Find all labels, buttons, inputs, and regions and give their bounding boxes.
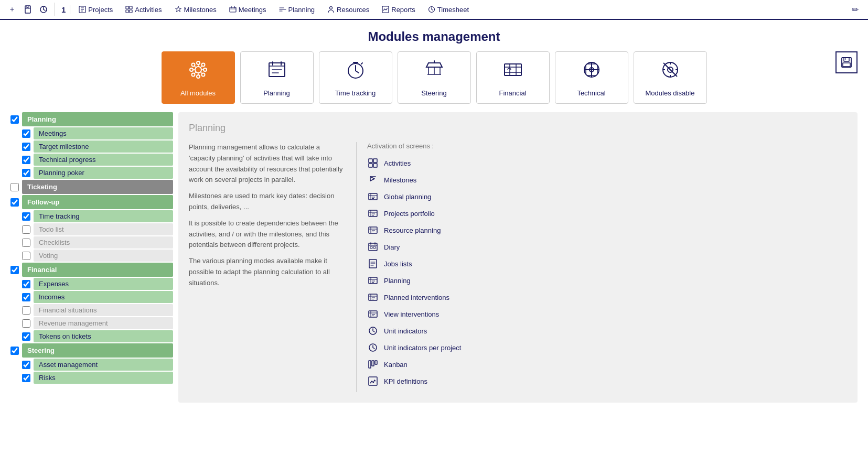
- svg-rect-6: [130, 10, 132, 13]
- card-modules-disable-label: Modules disable: [646, 89, 695, 97]
- item-revenue-management-checkbox[interactable]: [22, 319, 30, 328]
- group-followup-header[interactable]: Follow-up: [22, 195, 173, 209]
- screen-jobs-lists-label: Jobs lists: [384, 260, 412, 268]
- item-asset-management-checkbox[interactable]: [22, 361, 30, 369]
- item-tokens-checkbox[interactable]: [22, 332, 30, 341]
- item-risks-checkbox[interactable]: [22, 374, 30, 382]
- save-button[interactable]: [835, 51, 858, 73]
- screen-global-planning[interactable]: Global planning: [367, 191, 847, 202]
- nav-meetings[interactable]: Meetings: [223, 0, 273, 19]
- item-expenses-checkbox[interactable]: [22, 280, 30, 288]
- screen-resource-planning[interactable]: Resource planning: [367, 224, 847, 236]
- group-planning-checkbox[interactable]: [10, 115, 19, 124]
- svg-line-27: [194, 66, 196, 67]
- card-technical[interactable]: Technical: [555, 51, 628, 104]
- nav-reports[interactable]: Reports: [376, 0, 422, 19]
- clock-btn[interactable]: [37, 3, 50, 16]
- svg-point-16: [197, 75, 200, 78]
- bookmark-btn[interactable]: [21, 3, 35, 16]
- item-risks[interactable]: Risks: [34, 372, 173, 384]
- svg-point-8: [330, 7, 333, 9]
- description-panel: Planning management allows to calculate …: [189, 142, 357, 392]
- item-revenue-management[interactable]: Revenue management: [34, 317, 173, 329]
- group-followup-checkbox[interactable]: [10, 198, 19, 207]
- screen-planning[interactable]: Planning: [367, 275, 847, 286]
- card-modules-disable[interactable]: Modules disable: [634, 51, 707, 104]
- main-content: Planning Meetings Target milestone Techn…: [0, 112, 868, 403]
- svg-rect-49: [369, 159, 372, 163]
- item-incomes[interactable]: Incomes: [34, 291, 173, 303]
- item-checklists[interactable]: Checklists: [34, 236, 173, 248]
- group-financial-header[interactable]: Financial: [22, 263, 173, 277]
- card-timetracking[interactable]: Time tracking: [319, 51, 392, 104]
- svg-rect-61: [369, 294, 377, 300]
- group-ticketing-checkbox[interactable]: [10, 183, 19, 191]
- item-technical-progress-checkbox[interactable]: [22, 156, 30, 164]
- screen-planned-interventions-icon: [367, 291, 379, 303]
- group-financial-checkbox[interactable]: [10, 266, 19, 274]
- item-technical-progress[interactable]: Technical progress: [34, 154, 173, 166]
- group-ticketing-header[interactable]: Ticketing: [22, 180, 173, 194]
- screen-unit-indicators-label: Unit indicators: [384, 327, 427, 335]
- nav-timesheet[interactable]: Timesheet: [422, 0, 475, 19]
- nav-resources[interactable]: Resources: [321, 0, 376, 19]
- item-expenses[interactable]: Expenses: [34, 278, 173, 290]
- screen-kpi-definitions[interactable]: KPI definitions: [367, 375, 847, 387]
- item-meetings[interactable]: Meetings: [34, 127, 173, 139]
- edit-btn[interactable]: ✏: [847, 2, 863, 17]
- svg-rect-58: [373, 246, 376, 248]
- item-target-milestone[interactable]: Target milestone: [34, 140, 173, 153]
- screen-view-interventions-label: View interventions: [384, 310, 439, 318]
- screen-projects-portfolio[interactable]: Projects portfolio: [367, 208, 847, 219]
- svg-rect-56: [369, 243, 377, 251]
- screen-diary[interactable]: Diary: [367, 241, 847, 253]
- screen-milestones[interactable]: Milestones: [367, 174, 847, 186]
- svg-rect-50: [373, 159, 377, 163]
- screen-activities[interactable]: Activities: [367, 157, 847, 169]
- item-voting[interactable]: Voting: [34, 250, 173, 262]
- screen-jobs-lists-icon: [367, 258, 379, 269]
- card-all-modules[interactable]: All modules: [162, 51, 235, 104]
- screen-planned-interventions[interactable]: Planned interventions: [367, 291, 847, 303]
- left-panel: Planning Meetings Target milestone Techn…: [10, 112, 173, 403]
- item-todolist-checkbox[interactable]: [22, 225, 30, 234]
- card-financial-label: Financial: [499, 89, 526, 97]
- item-financial-situations[interactable]: Financial situations: [34, 304, 173, 316]
- group-steering-checkbox[interactable]: [10, 347, 19, 355]
- svg-rect-53: [369, 193, 377, 200]
- nav-milestones[interactable]: Milestones: [168, 0, 223, 19]
- screen-unit-indicators[interactable]: Unit indicators: [367, 325, 847, 337]
- card-financial[interactable]: Financial: [476, 51, 550, 104]
- svg-rect-13: [843, 63, 850, 67]
- item-asset-management[interactable]: Asset management: [34, 359, 173, 371]
- item-tokens[interactable]: Tokens on tickets: [34, 330, 173, 342]
- item-planning-poker-checkbox[interactable]: [22, 169, 30, 177]
- screen-kanban[interactable]: Kanban: [367, 359, 847, 370]
- screen-view-interventions[interactable]: View interventions: [367, 308, 847, 320]
- item-checklists-checkbox[interactable]: [22, 239, 30, 247]
- card-planning[interactable]: Planning: [240, 51, 314, 104]
- item-target-milestone-checkbox[interactable]: [22, 143, 30, 151]
- screen-unit-indicators-per-project[interactable]: Unit indicators per project: [367, 342, 847, 353]
- add-btn[interactable]: ＋: [5, 3, 19, 16]
- group-steering-header[interactable]: Steering: [22, 343, 173, 358]
- item-voting-checkbox[interactable]: [22, 252, 30, 260]
- item-timetracking-checkbox[interactable]: [22, 212, 30, 221]
- item-financial-situations-checkbox[interactable]: [22, 306, 30, 315]
- nav-planning[interactable]: Planning: [273, 0, 322, 19]
- screen-resource-planning-label: Resource planning: [384, 226, 441, 234]
- screen-milestones-label: Milestones: [384, 176, 416, 184]
- item-planning-poker[interactable]: Planning poker: [34, 167, 173, 179]
- item-incomes-checkbox[interactable]: [22, 293, 30, 301]
- nav-projects[interactable]: Projects: [72, 0, 119, 19]
- card-steering[interactable]: Steering: [398, 51, 471, 104]
- item-todolist[interactable]: Todo list: [34, 223, 173, 235]
- screen-resource-planning-icon: [367, 224, 379, 236]
- nav-activities-label: Activities: [135, 6, 162, 14]
- item-timetracking[interactable]: Time tracking: [34, 210, 173, 222]
- item-meetings-checkbox[interactable]: [22, 129, 30, 138]
- nav-activities[interactable]: Activities: [119, 0, 168, 19]
- screen-projects-portfolio-label: Projects portfolio: [384, 210, 435, 218]
- group-planning-header[interactable]: Planning: [22, 112, 173, 126]
- screen-jobs-lists[interactable]: Jobs lists: [367, 258, 847, 269]
